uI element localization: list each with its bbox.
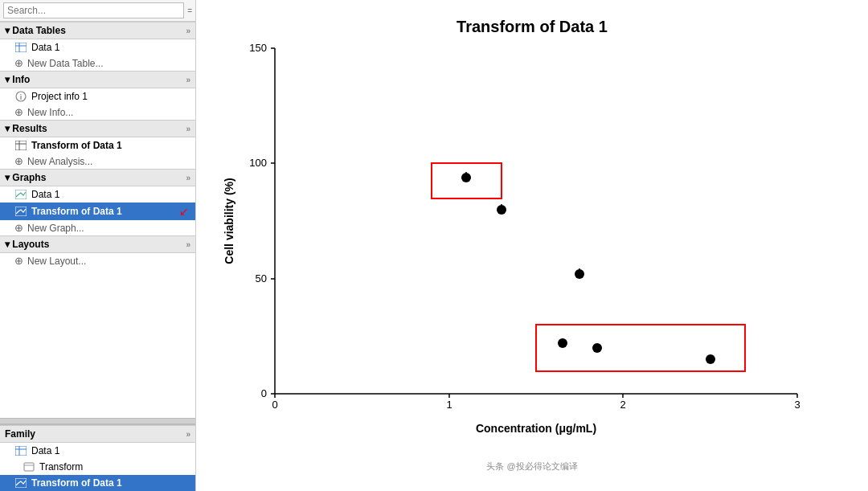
section-data-tables[interactable]: ▾ Data Tables » [0, 22, 195, 39]
chart-container: Transform of Data 1 0 50 100 150 0 [219, 8, 845, 474]
sidebar-divider [0, 418, 195, 424]
section-data-tables-label: ▾ Data Tables [5, 25, 66, 36]
section-graphs-chevron: » [186, 174, 190, 182]
new-layout-label: New Layout... [27, 256, 86, 267]
x-tick-0: 0 [272, 399, 277, 411]
sidebar-item-transform-graph[interactable]: Transform of Data 1 ↙ [0, 203, 195, 220]
new-data-table-plus-icon: ⊕ [14, 57, 23, 69]
chart-svg: Transform of Data 1 0 50 100 150 0 [219, 8, 845, 458]
section-family-chevron: » [186, 430, 190, 439]
search-dropdown-icon[interactable]: = [187, 6, 192, 15]
svg-rect-9 [15, 207, 27, 216]
graph-transform-icon [14, 206, 27, 217]
data-point-4 [558, 338, 567, 348]
search-input[interactable] [3, 2, 184, 18]
svg-rect-0 [15, 43, 27, 52]
sidebar-item-transform-graph-label: Transform of Data 1 [31, 206, 176, 217]
data-point-3 [575, 269, 584, 279]
section-graphs-label: ▾ Graphs [5, 172, 46, 183]
svg-rect-8 [15, 190, 27, 199]
sidebar-item-transform-results-label: Transform of Data 1 [31, 140, 189, 151]
sidebar-item-data1[interactable]: Data 1 [0, 39, 195, 55]
section-results-chevron: » [186, 125, 190, 133]
y-tick-100: 100 [249, 157, 267, 169]
new-graph-label: New Graph... [27, 223, 84, 234]
section-layouts-chevron: » [186, 240, 190, 249]
svg-rect-15 [15, 478, 27, 488]
y-tick-50: 50 [256, 272, 267, 284]
x-axis-label: Concentration (μg/mL) [476, 422, 596, 435]
data-point-1 [461, 173, 471, 182]
family-transform-icon [23, 461, 35, 473]
svg-rect-10 [15, 446, 27, 456]
sidebar-item-project-info-label: Project info 1 [31, 91, 189, 102]
section-results[interactable]: ▾ Results » [0, 120, 195, 137]
y-tick-0: 0 [261, 387, 267, 399]
section-layouts-label: ▾ Layouts [5, 239, 49, 250]
sidebar-top: ▾ Data Tables » Data 1 ⊕ New Data Table.… [0, 22, 195, 418]
sidebar-item-transform-results[interactable]: Transform of Data 1 [0, 137, 195, 153]
new-graph-plus-icon: ⊕ [14, 222, 23, 234]
table-icon [14, 42, 27, 53]
new-info-item[interactable]: ⊕ New Info... [0, 104, 195, 120]
y-tick-150: 150 [249, 42, 267, 54]
sidebar-item-family-transform-data1-label: Transform of Data 1 [31, 477, 189, 489]
new-info-label: New Info... [27, 107, 73, 118]
sidebar-item-data1-graph-label: Data 1 [31, 189, 189, 200]
data-point-6 [706, 354, 715, 364]
section-family[interactable]: Family » [0, 425, 195, 443]
sidebar-item-family-transform-data1[interactable]: Transform of Data 1 [0, 475, 195, 491]
data-point-2 [497, 205, 506, 215]
y-axis-label: Cell viability (%) [223, 178, 235, 264]
section-layouts[interactable]: ▾ Layouts » [0, 235, 195, 253]
family-transform-data1-icon [14, 477, 27, 489]
active-arrow-icon: ↙ [179, 205, 189, 218]
search-bar: = [0, 0, 195, 22]
x-tick-3: 3 [794, 399, 800, 411]
section-info-label: ▾ Info [5, 74, 30, 85]
sidebar-item-data1-label: Data 1 [31, 42, 189, 53]
sidebar-bottom: Family » Data 1 Transform Transform of D… [0, 424, 195, 491]
new-info-plus-icon: ⊕ [14, 106, 23, 118]
info-icon: i [14, 91, 27, 102]
new-layout-item[interactable]: ⊕ New Layout... [0, 253, 195, 268]
sidebar-item-data1-graph[interactable]: Data 1 [0, 186, 195, 203]
sidebar: = ▾ Data Tables » Data 1 ⊕ New Data Tabl… [0, 0, 196, 491]
new-data-table-item[interactable]: ⊕ New Data Table... [0, 55, 195, 71]
new-analysis-plus-icon: ⊕ [14, 155, 23, 167]
section-results-label: ▾ Results [5, 123, 47, 134]
new-analysis-label: New Analysis... [27, 156, 92, 167]
sidebar-item-family-transform-label: Transform [39, 461, 189, 473]
red-box-2 [536, 325, 745, 371]
sidebar-item-family-data1-label: Data 1 [31, 445, 189, 456]
new-graph-item[interactable]: ⊕ New Graph... [0, 220, 195, 235]
section-data-tables-chevron: » [186, 27, 190, 35]
new-layout-plus-icon: ⊕ [14, 255, 23, 267]
family-data1-icon [14, 445, 27, 456]
watermark: 头条 @投必得论文编译 [486, 460, 577, 473]
svg-text:i: i [20, 93, 23, 101]
svg-rect-5 [15, 141, 27, 150]
data-point-5 [592, 343, 602, 353]
sidebar-item-family-transform[interactable]: Transform [0, 459, 195, 475]
sidebar-item-project-info[interactable]: i Project info 1 [0, 88, 195, 104]
main-content: Transform of Data 1 0 50 100 150 0 [196, 0, 868, 491]
section-info[interactable]: ▾ Info » [0, 71, 195, 88]
sidebar-item-family-data1[interactable]: Data 1 [0, 443, 195, 459]
graph-data1-icon [14, 189, 27, 200]
section-family-label: Family [5, 428, 35, 440]
chart-title: Transform of Data 1 [457, 18, 608, 35]
section-graphs[interactable]: ▾ Graphs » [0, 169, 195, 186]
x-tick-1: 1 [446, 399, 452, 411]
new-analysis-item[interactable]: ⊕ New Analysis... [0, 153, 195, 169]
new-data-table-label: New Data Table... [27, 58, 104, 69]
x-tick-2: 2 [620, 399, 625, 411]
svg-rect-13 [24, 463, 34, 471]
section-info-chevron: » [186, 76, 190, 84]
results-icon [14, 140, 27, 151]
